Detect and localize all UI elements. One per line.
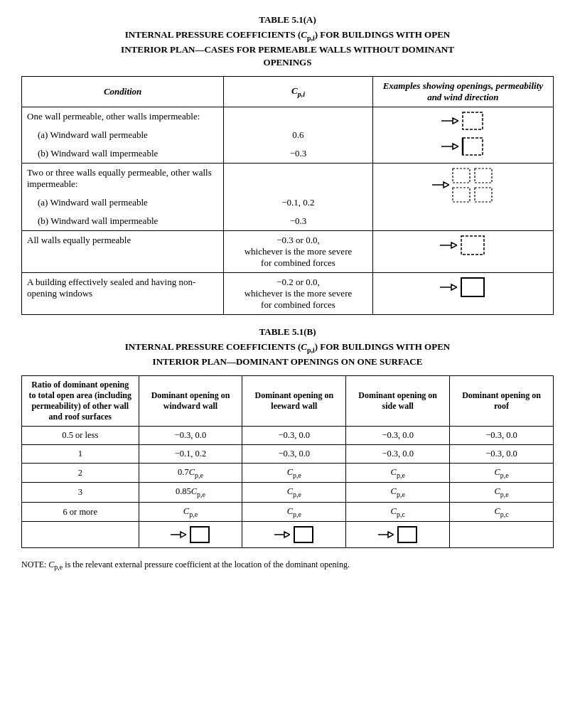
svg-marker-5 [432, 182, 449, 188]
table-note: NOTE: Cp,e is the relevant external pres… [21, 560, 554, 571]
val-leeward: −0.3, 0.0 [242, 426, 346, 444]
arrow-icon [171, 529, 186, 540]
condition-cell: Two or three walls equally permeable, ot… [22, 163, 224, 193]
svg-marker-12 [440, 284, 457, 290]
val-windward: 0.85Cp,e [139, 483, 242, 503]
val-side: −0.3, 0.0 [346, 444, 450, 463]
table-b-subtitle: INTERNAL PRESSURE COEFFICIENTS (Cp,i) FO… [21, 341, 554, 368]
val-windward: −0.1, 0.2 [139, 444, 242, 463]
cpi-value: −0.2 or 0.0,whichever is the more severe… [224, 272, 372, 314]
table-b: Ratio of dominant opening to total open … [21, 375, 554, 549]
val-roof: −0.3, 0.0 [450, 426, 554, 444]
svg-rect-1 [463, 112, 483, 129]
arrow-icon [440, 281, 457, 294]
table-row: A building effectively sealed and having… [22, 272, 554, 314]
arrow-icon [274, 529, 290, 540]
col-leeward: Dominant opening on leeward wall [242, 375, 346, 426]
diagram-row [22, 522, 554, 548]
condition-cell: A building effectively sealed and having… [22, 272, 224, 314]
val-roof: Cp,e [450, 463, 554, 483]
svg-rect-13 [461, 278, 484, 296]
svg-marker-18 [378, 532, 394, 537]
box-dashed-icon [451, 186, 471, 203]
col-windward: Dominant opening on windward wall [139, 375, 242, 426]
ratio-cell: 0.5 or less [22, 426, 139, 444]
table-a-title: TABLE 5.1(A) [21, 14, 554, 26]
val-leeward: Cp,e [242, 483, 346, 503]
col-condition: Condition [22, 76, 224, 107]
ratio-cell: 2 [22, 463, 139, 483]
cpi-value: 0.6 [224, 126, 372, 144]
svg-rect-17 [294, 527, 313, 542]
condition-sub-cell: (a) Windward wall permeable [22, 126, 224, 144]
ratio-cell: 1 [22, 444, 139, 463]
arrow-icon [441, 140, 458, 153]
arrow-icon [440, 239, 457, 252]
col-sidewall: Dominant opening on side wall [346, 375, 450, 426]
diagram-cell-sidewall [346, 522, 450, 548]
cpi-value: −0.3 or 0.0,whichever is the more severe… [224, 230, 372, 272]
svg-rect-15 [190, 527, 209, 542]
svg-marker-14 [171, 532, 186, 537]
svg-marker-16 [274, 532, 290, 537]
cpi-cell [224, 163, 372, 193]
box-dashed-icon [473, 186, 493, 203]
condition-sub-cell: (a) Windward wall permeable [22, 193, 224, 212]
box-dashed-icon [473, 167, 493, 184]
diagram-cell-windward [139, 522, 242, 548]
val-windward: Cp,e [139, 502, 242, 522]
condition-cell: All walls equally permeable [22, 230, 224, 272]
val-windward: 0.7Cp,e [139, 463, 242, 483]
ratio-cell: 3 [22, 483, 139, 503]
cpi-value: −0.3 [224, 144, 372, 164]
cpi-cell [224, 107, 372, 126]
arrow-icon [378, 529, 394, 540]
diagram-cell-empty [22, 522, 139, 548]
cpi-value: −0.1, 0.2 [224, 193, 372, 212]
box-dashed-icon [460, 235, 485, 256]
table-row: 2 0.7Cp,e Cp,e Cp,e Cp,e [22, 463, 554, 483]
svg-rect-3 [463, 138, 483, 155]
box-dashed-icon [461, 136, 484, 156]
svg-rect-8 [453, 188, 470, 202]
diagram-cell [372, 272, 553, 314]
val-windward: −0.3, 0.0 [139, 426, 242, 444]
table-row: 0.5 or less −0.3, 0.0 −0.3, 0.0 −0.3, 0.… [22, 426, 554, 444]
val-side: Cp,e [346, 483, 450, 503]
box-solid-icon [189, 525, 210, 544]
col-cpi: Cp,i [224, 76, 372, 107]
svg-rect-7 [475, 168, 492, 183]
table-row: 6 or more Cp,e Cp,e Cp,c Cp,c [22, 502, 554, 522]
table-a: Condition Cp,i Examples showing openings… [21, 76, 554, 315]
table-a-subtitle: INTERNAL PRESSURE COEFFICIENTS (Cp,i) FO… [21, 28, 554, 69]
val-side: −0.3, 0.0 [346, 426, 450, 444]
table-row: 1 −0.1, 0.2 −0.3, 0.0 −0.3, 0.0 −0.3, 0.… [22, 444, 554, 463]
val-roof: Cp,c [450, 502, 554, 522]
diagram-cell-leeward [242, 522, 346, 548]
table-row: 3 0.85Cp,e Cp,e Cp,e Cp,e [22, 483, 554, 503]
table-row: Two or three walls equally permeable, ot… [22, 163, 554, 193]
arrow-icon [432, 178, 449, 191]
box-sidewall-icon [397, 525, 418, 544]
box-solid-icon [460, 277, 485, 298]
box-dashed-icon [461, 111, 484, 131]
val-leeward: Cp,e [242, 463, 346, 483]
svg-marker-10 [440, 242, 457, 248]
box-dashed-icon [451, 167, 471, 184]
val-side: Cp,c [346, 502, 450, 522]
val-leeward: Cp,e [242, 502, 346, 522]
val-roof: −0.3, 0.0 [450, 444, 554, 463]
svg-rect-9 [475, 188, 492, 202]
diagram-cell [372, 230, 553, 272]
ratio-cell: 6 or more [22, 502, 139, 522]
table-row: One wall permeable, other walls impermea… [22, 107, 554, 126]
condition-cell: One wall permeable, other walls impermea… [22, 107, 224, 126]
diagram-cell [372, 107, 553, 163]
table-b-title: TABLE 5.1(B) [21, 326, 554, 338]
table-row: All walls equally permeable −0.3 or 0.0,… [22, 230, 554, 272]
condition-sub-cell: (b) Windward wall impermeable [22, 212, 224, 231]
diagram-cell [372, 163, 553, 230]
svg-rect-11 [461, 236, 484, 255]
svg-marker-0 [441, 118, 458, 124]
val-roof: Cp,e [450, 483, 554, 503]
